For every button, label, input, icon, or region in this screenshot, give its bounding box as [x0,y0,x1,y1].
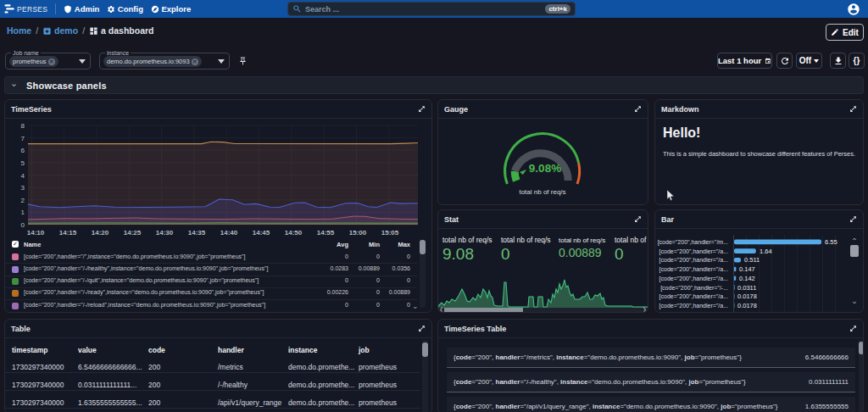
svg-text:4: 4 [21,172,25,180]
svg-text:0.147: 0.147 [739,265,755,273]
svg-text:15:00: 15:00 [349,229,367,237]
svg-text:[code="200",handler="/-...: [code="200",handler="/-... [660,285,728,292]
svg-text:14:35: 14:35 [188,229,206,237]
svg-text:0.0178: 0.0178 [737,302,757,309]
svg-text:0.142: 0.142 [739,275,755,282]
svg-text:1: 1 [21,209,25,216]
svg-text:6: 6 [21,147,25,154]
svg-text:14:25: 14:25 [124,229,142,237]
svg-text:[code="200",handler="/a...: [code="200",handler="/a... [659,293,728,300]
svg-text:[code="200",handler="/a...: [code="200",handler="/a... [659,257,728,264]
svg-text:[code="200",handler="/a...: [code="200",handler="/a... [659,266,728,273]
svg-text:14:10: 14:10 [27,229,45,237]
svg-text:15:05: 15:05 [381,229,399,237]
svg-text:8: 8 [21,122,25,130]
svg-text:14:45: 14:45 [253,229,270,237]
svg-text:2: 2 [21,197,25,204]
svg-text:14:50: 14:50 [285,229,303,237]
svg-text:0.0311: 0.0311 [737,284,756,292]
svg-text:14:55: 14:55 [317,229,335,237]
svg-text:5: 5 [21,159,25,167]
svg-text:7: 7 [21,135,25,142]
svg-text:total nb of req/s: total nb of req/s [519,188,565,196]
svg-text:[code="200",handler="/m...: [code="200",handler="/m... [658,239,728,246]
svg-text:9.08%: 9.08% [529,162,561,175]
svg-text:3: 3 [21,184,25,192]
svg-text:1.64: 1.64 [760,248,772,255]
svg-text:[code="200",handler="/a...: [code="200",handler="/a... [659,303,728,309]
svg-text:0: 0 [21,221,25,229]
svg-text:0.511: 0.511 [744,256,760,264]
svg-text:14:20: 14:20 [92,229,109,237]
svg-text:[code="200",handler="/a...: [code="200",handler="/a... [659,276,728,282]
svg-text:14:15: 14:15 [59,229,77,237]
svg-text:0.0178: 0.0178 [737,292,757,300]
svg-text:[code="200",handler="/a...: [code="200",handler="/a... [659,248,728,255]
svg-text:6.55: 6.55 [825,238,837,246]
svg-text:14:30: 14:30 [156,229,174,237]
svg-text:14:40: 14:40 [220,229,238,237]
